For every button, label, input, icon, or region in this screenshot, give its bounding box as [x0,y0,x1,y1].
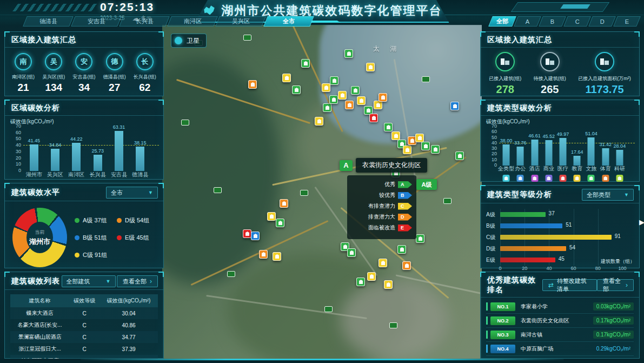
map-marker[interactable] [344,49,353,58]
map-tooltip[interactable]: A 衣裳街历史文化街区 [340,158,427,173]
table-row[interactable]: 浙江皇冠假日大...C37.39 [10,343,158,355]
bar-value: 34.84 [49,142,62,148]
bar-category: 全类型 [498,165,514,173]
tab-region-2[interactable]: 长兴县 [119,16,170,27]
tab-region-3[interactable]: 南浔区 [167,16,218,27]
region-count: 34 [78,82,90,94]
chart-plot: 01020304050607038.00全类型33.76办公46.61酒店45.… [499,127,635,182]
bar-value: 28.04 [614,143,626,149]
table-row[interactable]: 景澜富硒山居酒店C34.77 [10,331,158,343]
map-marker[interactable] [416,234,424,243]
bar-category: 吴兴区 [47,171,63,179]
map-marker[interactable] [243,229,251,238]
rectify-list-button[interactable]: ⇄ 待整改建筑清单 [542,279,597,291]
map-marker[interactable] [391,131,400,140]
map-marker[interactable] [345,101,354,109]
ranking-row[interactable]: NO.1李家巷小学0.03kgCO₂/m² [486,300,634,314]
ranking-row[interactable]: NO.4中原百脑广场0.29kgCO₂/m² [486,342,634,356]
ranking-row[interactable]: NO.3南浔古镇0.17kgCO₂/m² [486,328,634,342]
tab-grade-5[interactable]: E [613,16,641,27]
x-tick: 0 [499,266,501,271]
tab-region-0[interactable]: 德清县 [23,16,74,27]
satellite-toggle[interactable]: 卫星 [171,34,207,48]
table-row[interactable]: 蝶来大酒店C30.04 [10,307,158,319]
tab-region-5[interactable]: 全市 [263,16,314,27]
bar-slot: 46.61酒店 [527,127,541,182]
region-ring-icon: 南 [15,53,32,70]
hbar-fill [500,246,566,251]
view-all-button[interactable]: 查看全部 › [117,275,158,287]
ranking-row[interactable]: NO.2衣裳街历史文化街区0.17kgCO₂/m² [486,314,634,328]
legend-dot-icon [117,235,122,240]
map-marker[interactable] [315,117,323,126]
table-cell: 30.04 [99,307,158,319]
tab-grade-4[interactable]: D [588,16,616,27]
road-shield-icon [300,190,308,196]
tab-grade-3[interactable]: C [563,16,591,27]
table-cell: 34.77 [99,331,158,343]
tab-grade-2[interactable]: B [539,16,566,27]
map-marker[interactable] [384,123,393,131]
tab-region-1[interactable]: 安吉县 [71,16,122,27]
building-filter-dropdown[interactable]: 全部建筑 ▼ [62,275,116,287]
type-filter-dropdown[interactable]: 全部类型 ▼ [582,189,634,201]
map-marker[interactable] [450,102,459,110]
map-marker[interactable] [276,219,284,227]
bar [94,155,102,171]
map-marker[interactable] [248,80,257,89]
map-marker[interactable] [374,101,382,109]
map-marker[interactable] [415,134,424,142]
map-marker[interactable] [402,261,411,270]
map-marker[interactable] [369,114,378,122]
view-all-button[interactable]: 查看全部 › [597,279,634,291]
map-marker[interactable] [357,96,366,105]
map-marker[interactable] [329,95,338,104]
table-cell: 40.86 [99,319,158,331]
map-marker[interactable] [267,212,276,221]
map-marker[interactable] [322,83,330,92]
map-marker[interactable] [251,232,260,240]
legend-dot-icon [75,218,79,223]
chart-plot: 01020304050607041.45湖州市34.84吴兴区44.22南浔区2… [23,127,159,180]
map-marker[interactable] [338,91,347,100]
table-row[interactable]: 名豪大酒店(长安...C40.86 [10,319,158,331]
map-marker[interactable] [356,278,365,286]
hbar-fill [500,258,555,262]
map-marker[interactable] [259,250,268,259]
map-marker[interactable] [431,145,440,154]
hbar-track: 54 [500,243,622,254]
tab-grade-1[interactable]: A [514,16,541,27]
map-marker[interactable] [282,74,291,82]
map-marker[interactable] [347,248,356,257]
map-marker[interactable] [379,93,387,102]
map-marker[interactable] [366,63,375,71]
map-marker[interactable] [323,103,331,112]
bar-category: 医疗 [557,165,568,173]
map-marker[interactable] [330,76,338,85]
map-marker[interactable] [351,86,360,95]
tab-label: 长兴县 [136,17,154,25]
map-canvas[interactable]: 太 湖 卫星 A 衣裳街历史文化街区 优秀AA级较优秀B有排查潜力C排查潜力大D… [162,25,482,359]
button-label: 待整改建筑清单 [557,277,591,293]
tab-region-4[interactable]: 吴兴区 [215,16,266,27]
map-marker[interactable] [292,85,301,94]
map-marker[interactable] [384,280,393,289]
category-icon [545,175,552,182]
map-marker[interactable] [301,59,310,68]
grade-hbar-chart: A级37B级51C级91D级54E级45020406080100建筑数量（组） [486,209,633,273]
map-marker[interactable] [403,146,411,154]
tab-grade-0[interactable]: 全部 [488,16,516,27]
carousel-next-icon[interactable]: ▶ [639,218,644,226]
map-marker[interactable] [379,259,387,267]
map-marker[interactable] [455,151,464,160]
map-marker[interactable] [421,142,430,150]
access-summary-items: 已接入建筑(组)278待接入建筑(组)265已接入总建筑面积(万m²)1173.… [481,48,639,96]
map-marker[interactable] [397,245,406,254]
bar [559,138,566,166]
map-marker[interactable] [273,252,281,261]
chevron-right-icon: › [150,278,152,285]
map-marker[interactable] [280,199,288,208]
map-marker[interactable] [367,272,376,281]
type-carbon-bar-chart: 碳效值(kgCO₂/m²)01020304050607038.00全类型33.7… [481,118,639,182]
city-scope-dropdown[interactable]: 全市 ▼ [106,187,158,199]
